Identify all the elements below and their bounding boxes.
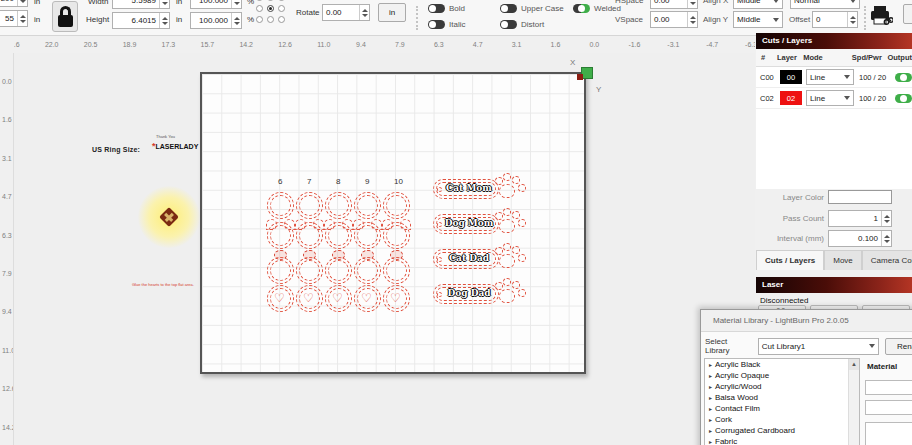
unit-toggle-button[interactable]: in bbox=[378, 3, 406, 22]
align-tool-icon[interactable]: ╞ bbox=[903, 4, 912, 24]
lock-aspect-button[interactable] bbox=[52, 1, 78, 32]
expand-arrow-icon[interactable]: ▸ bbox=[709, 384, 712, 390]
material-field-1[interactable] bbox=[865, 380, 912, 395]
material-field-2[interactable] bbox=[865, 400, 912, 415]
expand-arrow-icon[interactable]: ▸ bbox=[709, 395, 712, 401]
expand-arrow-icon[interactable]: ▸ bbox=[709, 428, 712, 434]
tag-dog-dad[interactable]: Dog Dad bbox=[433, 280, 525, 308]
layer-mode-dropdown[interactable]: Line bbox=[806, 69, 854, 85]
layer-list-empty bbox=[756, 109, 912, 189]
anchor-point-selector[interactable] bbox=[256, 0, 290, 34]
anchor-radio[interactable] bbox=[267, 16, 274, 23]
welded-toggle[interactable] bbox=[573, 4, 590, 13]
anchor-radio[interactable] bbox=[256, 5, 263, 12]
paw-icon bbox=[499, 289, 515, 303]
ruler-label: -6.3 bbox=[745, 41, 755, 48]
expand-arrow-icon[interactable]: ▸ bbox=[709, 373, 712, 379]
pass-count-input[interactable]: 1 bbox=[828, 210, 892, 227]
tab-camera-control[interactable]: Camera Control bbox=[862, 250, 912, 270]
select-library-row: Select Library Cut Library1 Rename bbox=[705, 337, 912, 355]
anchor-radio[interactable] bbox=[278, 0, 285, 1]
scale-w-input[interactable]: 100.000 bbox=[190, 0, 242, 9]
ring-inner-outline bbox=[386, 288, 407, 309]
toolbar-divider bbox=[416, 6, 418, 30]
expand-arrow-icon[interactable]: ▸ bbox=[709, 406, 712, 412]
material-library-titlebar[interactable]: Material Library - LightBurn Pro 2.0.05 bbox=[701, 310, 912, 332]
vspace-input[interactable]: 0.00 bbox=[650, 11, 698, 28]
material-field-3[interactable] bbox=[865, 422, 912, 445]
expand-arrow-icon[interactable]: ▸ bbox=[709, 362, 712, 368]
ring-shape-cat bbox=[296, 222, 323, 249]
ring-inner-outline bbox=[299, 195, 320, 216]
rename-button[interactable]: Rename bbox=[885, 338, 912, 355]
ring-shape-cat bbox=[267, 222, 294, 249]
rotate-input[interactable]: 0.00 bbox=[322, 4, 370, 21]
print-and-cut-icon[interactable] bbox=[869, 4, 893, 26]
scroll-up-icon[interactable]: ▲ bbox=[849, 359, 859, 370]
material-item[interactable]: ▸Acrylic Black bbox=[705, 359, 859, 370]
layer-color-swatch[interactable]: 00 bbox=[780, 70, 802, 84]
tab-move[interactable]: Move bbox=[824, 250, 862, 270]
size-number: 9 bbox=[365, 177, 369, 186]
style-dropdown[interactable]: Normal bbox=[790, 0, 860, 9]
material-item[interactable]: ▸Balsa Wood bbox=[705, 392, 859, 403]
material-list[interactable]: ▸Acrylic Black▸Acrylic Opaque▸Acrylic/Wo… bbox=[704, 358, 860, 445]
height-input[interactable]: 6.4015 bbox=[112, 12, 170, 29]
alignx-label: Align X bbox=[703, 0, 728, 5]
hspace-input[interactable]: 0.00 bbox=[650, 0, 698, 9]
layer-mode-dropdown[interactable]: Line bbox=[806, 90, 854, 106]
design-note-text: Glue the hearts to the top flat area. bbox=[132, 282, 194, 287]
anchor-radio[interactable] bbox=[256, 16, 263, 23]
ring-shape-heart bbox=[267, 285, 294, 312]
ring-inner-outline bbox=[299, 260, 320, 281]
hspace-label: HSpace bbox=[615, 0, 643, 5]
anchor-radio[interactable] bbox=[278, 16, 285, 23]
ruler-label: 0.0 bbox=[590, 41, 600, 48]
bold-toggle[interactable] bbox=[428, 4, 445, 13]
tab-cuts-layers[interactable]: Cuts / Layers bbox=[756, 250, 824, 270]
ring-inner-outline bbox=[386, 195, 407, 216]
material-item[interactable]: ▸Acrylic Opaque bbox=[705, 370, 859, 381]
ypos-input[interactable]: 55 bbox=[0, 10, 28, 27]
align-y-dropdown[interactable]: Middle bbox=[733, 11, 783, 28]
library-dropdown[interactable]: Cut Library1 bbox=[758, 338, 880, 355]
anchor-radio[interactable] bbox=[278, 5, 285, 12]
brand-logo: *LASERLADY bbox=[152, 141, 198, 151]
offset-input[interactable]: 0 bbox=[812, 11, 858, 28]
tag-dog-mom[interactable]: Dog Mom bbox=[433, 210, 525, 238]
material-item[interactable]: ▸Cork bbox=[705, 414, 859, 425]
layer-row[interactable]: C0202Line100 / 20 bbox=[756, 88, 912, 109]
scale-h-input[interactable]: 100.000 bbox=[190, 12, 242, 29]
layer-output-toggle[interactable] bbox=[895, 73, 912, 82]
interval-input[interactable]: 0.100 bbox=[828, 230, 892, 247]
material-item[interactable]: ▸Fabric bbox=[705, 436, 859, 445]
upper-case-toggle[interactable] bbox=[500, 4, 517, 13]
xpos-input[interactable]: 200 bbox=[0, 0, 28, 7]
material-item[interactable]: ▸Acrylic/Wood bbox=[705, 381, 859, 392]
tag-cat-mom[interactable]: Cat Mom bbox=[433, 175, 525, 203]
layer-color-swatch[interactable]: 02 bbox=[780, 91, 802, 105]
expand-arrow-icon[interactable]: ▸ bbox=[709, 439, 712, 445]
expand-arrow-icon[interactable]: ▸ bbox=[709, 417, 712, 423]
layer-color-swatch[interactable] bbox=[828, 190, 892, 204]
width-input[interactable]: 5.5989 bbox=[112, 0, 170, 9]
material-list-scrollbar[interactable]: ▲ bbox=[848, 359, 859, 445]
layer-color-row: Layer Color bbox=[756, 190, 892, 204]
anchor-radio[interactable] bbox=[267, 0, 274, 1]
material-item[interactable]: ▸Corrugated Cardboard bbox=[705, 425, 859, 436]
align-x-dropdown[interactable]: Middle bbox=[733, 0, 783, 9]
layer-row[interactable]: C0000Line100 / 20 bbox=[756, 67, 912, 88]
anchor-radio[interactable] bbox=[256, 0, 263, 1]
tag-label: Dog Dad bbox=[441, 288, 497, 298]
italic-toggle[interactable] bbox=[428, 20, 445, 29]
layer-output-toggle[interactable] bbox=[895, 94, 912, 103]
material-item[interactable]: ▸Contact Film bbox=[705, 403, 859, 414]
chevron-down-icon bbox=[773, 0, 779, 3]
ruler-label: -3.1 bbox=[667, 41, 679, 48]
paw-icon bbox=[499, 219, 515, 233]
design-canvas[interactable]: X Y Thank You *LASERLADY US Ring Size: 6… bbox=[14, 53, 755, 445]
tag-cat-dad[interactable]: Cat Dad bbox=[433, 245, 525, 273]
anchor-radio[interactable] bbox=[267, 5, 274, 12]
distort-toggle[interactable] bbox=[500, 20, 517, 29]
ring-shape-heart bbox=[383, 285, 410, 312]
